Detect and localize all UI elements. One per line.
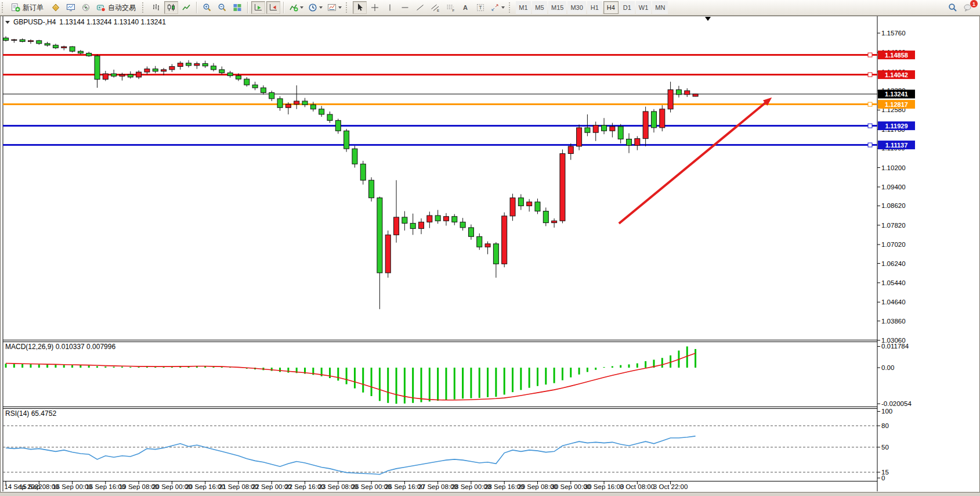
timeframe-button-W1[interactable]: W1 — [636, 1, 652, 14]
notification-badge[interactable]: 1 — [970, 0, 978, 8]
text-button[interactable]: A — [458, 1, 472, 14]
channel-icon: E — [431, 3, 440, 12]
clock-icon — [308, 3, 317, 12]
chart-monitor-icon — [66, 3, 75, 12]
zoom-out-button[interactable] — [215, 1, 229, 14]
crosshair-icon — [370, 3, 379, 12]
chart-shift-icon — [269, 3, 278, 12]
fibonacci-icon: F — [446, 3, 455, 12]
toolbar-separator — [247, 2, 248, 13]
auto-trading-button[interactable]: 自动交易 — [94, 1, 140, 14]
trendline-icon — [415, 3, 425, 12]
timeframe-group: M1M5M15M30H1H4D1W1MN — [515, 1, 668, 14]
chevron-down-icon — [501, 6, 505, 9]
line-chart-button[interactable] — [179, 1, 193, 14]
favorites-button[interactable] — [49, 1, 63, 14]
zoom-out-icon — [218, 3, 227, 12]
chevron-down-icon — [338, 6, 342, 9]
chart-title: GBPUSD-,H4 1.13144 1.13244 1.13140 1.132… — [5, 18, 166, 26]
candlestick-icon — [167, 3, 176, 12]
new-order-button[interactable]: 新订单 — [9, 1, 48, 14]
news-button[interactable] — [79, 1, 93, 14]
timeframe-button-MN[interactable]: MN — [652, 1, 668, 14]
timeframe-button-M1[interactable]: M1 — [516, 1, 531, 14]
trendline-button[interactable] — [413, 1, 427, 14]
channel-letter: E — [437, 9, 439, 12]
arrows-dropdown-button[interactable] — [489, 1, 507, 14]
search-icon — [948, 3, 957, 12]
toolbar-separator — [196, 2, 197, 13]
toolbar-right: 1 — [945, 1, 975, 14]
cursor-button[interactable] — [353, 1, 367, 14]
rsi-indicator-label: RSI(14) 65.4752 — [5, 409, 56, 418]
macd-indicator-label: MACD(12,26,9) 0.010337 0.007996 — [5, 343, 115, 351]
bar-chart-button[interactable] — [149, 1, 163, 14]
timeframe-button-H4[interactable]: H4 — [603, 1, 619, 14]
timeframe-button-M30[interactable]: M30 — [567, 1, 585, 14]
chart-window — [0, 16, 980, 493]
chart-ohlc-values: 1.13144 1.13244 1.13140 1.13241 — [59, 18, 166, 26]
vertical-line-button[interactable] — [383, 1, 397, 14]
line-chart-icon — [182, 3, 191, 12]
auto-trading-label: 自动交易 — [108, 3, 136, 13]
chart-symbol-period: GBPUSD-,H4 — [13, 18, 56, 26]
fibonacci-button[interactable]: F — [443, 1, 457, 14]
timeframe-button-M15[interactable]: M15 — [548, 1, 566, 14]
toolbar-grip[interactable] — [142, 2, 146, 13]
fibo-letter: F — [453, 9, 455, 12]
text-label-icon: T — [476, 3, 485, 12]
arrows-icon — [490, 3, 500, 12]
crosshair-button[interactable] — [368, 1, 382, 14]
toolbar-separator — [283, 2, 284, 13]
toolbar-grip[interactable] — [509, 2, 513, 13]
auto-scroll-icon — [254, 3, 263, 12]
tile-windows-button[interactable] — [230, 1, 244, 14]
tile-windows-icon — [233, 3, 242, 12]
vertical-line-icon — [385, 3, 395, 12]
toolbar-grip[interactable] — [2, 2, 6, 13]
indicators-icon — [289, 3, 298, 12]
text-letter: A — [463, 4, 468, 11]
timeframe-button-H1[interactable]: H1 — [587, 1, 602, 14]
charts-button[interactable] — [64, 1, 78, 14]
horizontal-line-button[interactable] — [398, 1, 412, 14]
zoom-in-button[interactable] — [200, 1, 214, 14]
chevron-down-icon — [300, 6, 303, 9]
broadcast-icon — [81, 3, 91, 12]
indicators-dropdown-button[interactable] — [287, 1, 305, 14]
chevron-down-icon — [319, 6, 323, 9]
candlestick-chart-button[interactable] — [164, 1, 178, 14]
search-button[interactable] — [946, 1, 960, 14]
new-order-label: 新订单 — [23, 3, 44, 13]
zoom-in-icon — [202, 3, 212, 12]
template-icon — [327, 3, 337, 12]
equidistant-channel-button[interactable]: E — [428, 1, 442, 14]
toolbar-grip[interactable] — [346, 2, 350, 13]
ohlc-bars-icon — [151, 3, 161, 12]
auto-scroll-button[interactable] — [251, 1, 265, 14]
periods-dropdown-button[interactable] — [306, 1, 324, 14]
label-letter: T — [479, 5, 482, 10]
timeframe-button-D1[interactable]: D1 — [620, 1, 635, 14]
text-label-button[interactable]: T — [473, 1, 487, 14]
text-icon: A — [461, 3, 470, 12]
new-order-icon — [11, 3, 20, 12]
main-toolbar: 新订单 自动交易 — [0, 0, 980, 16]
horizontal-line-icon — [400, 3, 410, 12]
cursor-icon — [355, 3, 364, 12]
gold-diamond-icon — [51, 3, 60, 12]
auto-trading-icon — [96, 3, 106, 12]
chart-shift-button[interactable] — [266, 1, 280, 14]
timeframe-button-M5[interactable]: M5 — [532, 1, 547, 14]
templates-dropdown-button[interactable] — [326, 1, 343, 14]
chart-collapse-icon[interactable] — [5, 21, 10, 24]
